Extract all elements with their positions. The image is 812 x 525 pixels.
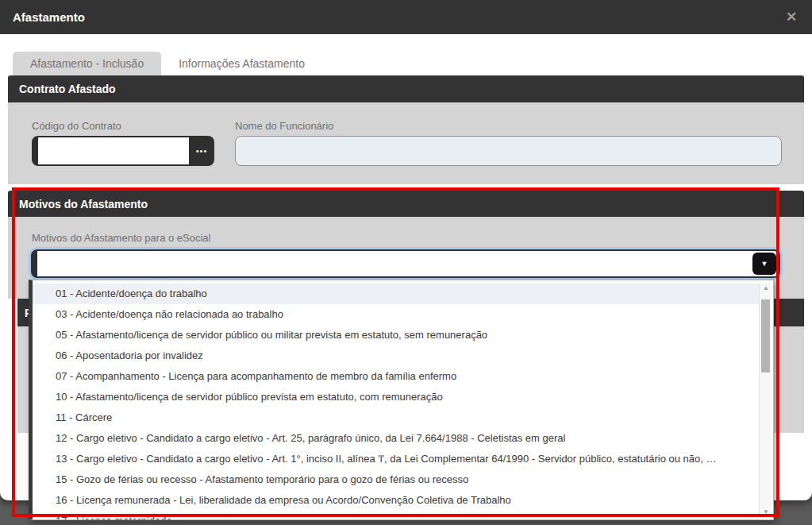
dropdown-option[interactable]: 16 - Licença remunerada - Lei, liberalid…: [33, 490, 759, 511]
codigo-contrato-label: Código do Contrato: [32, 120, 121, 132]
close-icon[interactable]: ✕: [780, 0, 802, 34]
dropdown-option[interactable]: 03 - Acidente/doença não relacionada ao …: [33, 304, 759, 325]
dropdown-option[interactable]: 17 - Licença maternidade: [33, 511, 759, 520]
dropdown-option[interactable]: 10 - Afastamento/licença de servidor púb…: [33, 387, 759, 407]
dropdown-option[interactable]: 07 - Acompanhamento - Licença para acomp…: [33, 366, 759, 387]
ellipsis-icon: •••: [196, 146, 208, 156]
tab-bar: Afastamento - Inclusão Informações Afast…: [13, 52, 322, 75]
dropdown-option[interactable]: 01 - Acidente/doença do trabalho: [33, 284, 759, 304]
esocial-dropdown-list: 01 - Acidente/doença do trabalho03 - Aci…: [29, 280, 774, 520]
scroll-up-icon[interactable]: ▲: [760, 283, 772, 293]
codigo-contrato-group: •••: [32, 136, 214, 166]
contrato-lookup-button[interactable]: •••: [189, 136, 214, 166]
dropdown-options-container: 01 - Acidente/doença do trabalho03 - Aci…: [33, 284, 759, 520]
dropdown-option[interactable]: 12 - Cargo eletivo - Candidato a cargo e…: [33, 428, 759, 449]
contrato-afastado-header: Contrato Afastado: [8, 75, 804, 102]
tab-informacoes-afastamento[interactable]: Informações Afastamento: [161, 52, 322, 75]
dropdown-option[interactable]: 15 - Gozo de férias ou recesso - Afastam…: [33, 469, 759, 490]
nome-funcionario-label: Nome do Funcionário: [235, 120, 333, 132]
dropdown-option[interactable]: 05 - Afastamento/licença de servidor púb…: [33, 325, 759, 345]
motivos-esocial-select[interactable]: ▼: [31, 249, 780, 278]
dropdown-scrollbar[interactable]: ▲ ▼: [759, 283, 772, 517]
scroll-down-icon[interactable]: ▼: [760, 507, 772, 517]
codigo-contrato-input[interactable]: [32, 136, 189, 166]
motivos-afastamento-header: Motivos do Afastamento: [8, 191, 804, 217]
dropdown-option[interactable]: 11 - Cárcere: [33, 407, 759, 428]
motivos-esocial-focus-ring: ▼: [29, 247, 783, 280]
dropdown-option[interactable]: 06 - Aposentadoria por invalidez: [33, 345, 759, 366]
motivos-esocial-label: Motivos do Afastamento para o eSocial: [32, 232, 210, 244]
modal-titlebar: Afastamento ✕: [0, 0, 812, 34]
select-caret-button[interactable]: ▼: [752, 253, 776, 275]
tab-afastamento-inclusao[interactable]: Afastamento - Inclusão: [13, 52, 161, 75]
nome-funcionario-input: [235, 136, 782, 166]
dropdown-option[interactable]: 13 - Cargo eletivo - Candidato a cargo e…: [33, 449, 759, 469]
scrollbar-thumb[interactable]: [761, 299, 770, 373]
chevron-down-icon: ▼: [761, 260, 768, 268]
page-background: Afastamento ✕ Afastamento - Inclusão Inf…: [0, 0, 812, 525]
modal-title: Afastamento: [0, 10, 85, 24]
